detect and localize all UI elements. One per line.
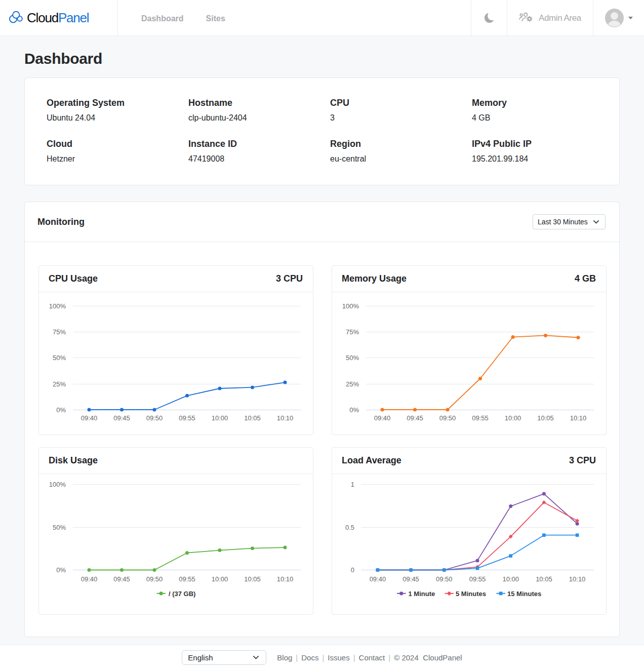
svg-text:75%: 75% bbox=[53, 328, 66, 336]
svg-text:0: 0 bbox=[351, 566, 354, 574]
svg-text:10:05: 10:05 bbox=[244, 414, 261, 422]
svg-text:0%: 0% bbox=[56, 406, 66, 414]
svg-text:50%: 50% bbox=[53, 354, 66, 362]
svg-text:10:05: 10:05 bbox=[536, 575, 552, 583]
svg-text:09:55: 09:55 bbox=[469, 575, 486, 583]
svg-text:09:40: 09:40 bbox=[81, 575, 98, 583]
svg-text:25%: 25% bbox=[53, 380, 66, 388]
svg-text:15 Minutes: 15 Minutes bbox=[507, 590, 541, 598]
svg-text:09:50: 09:50 bbox=[436, 575, 453, 583]
svg-text:10:10: 10:10 bbox=[277, 575, 294, 583]
svg-text:09:45: 09:45 bbox=[113, 414, 130, 422]
svg-text:09:45: 09:45 bbox=[113, 575, 130, 583]
svg-text:25%: 25% bbox=[346, 380, 359, 388]
svg-text:50%: 50% bbox=[53, 524, 66, 531]
svg-text:09:40: 09:40 bbox=[374, 414, 391, 422]
svg-text:0%: 0% bbox=[349, 406, 359, 414]
svg-text:10:10: 10:10 bbox=[569, 575, 586, 583]
svg-text:0%: 0% bbox=[56, 566, 66, 574]
svg-text:50%: 50% bbox=[346, 354, 359, 362]
svg-text:75%: 75% bbox=[346, 328, 359, 336]
svg-text:10:10: 10:10 bbox=[277, 414, 294, 422]
svg-text:09:55: 09:55 bbox=[179, 575, 195, 583]
svg-text:09:55: 09:55 bbox=[472, 414, 489, 422]
svg-text:10:00: 10:00 bbox=[502, 575, 519, 583]
svg-text:100%: 100% bbox=[342, 302, 359, 310]
svg-text:0.5: 0.5 bbox=[345, 524, 354, 531]
svg-text:09:45: 09:45 bbox=[402, 575, 419, 583]
svg-text:100%: 100% bbox=[49, 302, 66, 310]
svg-text:10:05: 10:05 bbox=[244, 575, 261, 583]
svg-text:09:40: 09:40 bbox=[370, 575, 386, 583]
svg-text:1 Minute: 1 Minute bbox=[409, 590, 435, 598]
svg-text:09:50: 09:50 bbox=[439, 414, 456, 422]
svg-text:09:40: 09:40 bbox=[81, 414, 98, 422]
svg-text:09:50: 09:50 bbox=[146, 414, 163, 422]
svg-text:1: 1 bbox=[351, 481, 354, 488]
svg-text:100%: 100% bbox=[49, 481, 66, 488]
svg-text:10:00: 10:00 bbox=[212, 575, 228, 583]
svg-text:10:00: 10:00 bbox=[505, 414, 521, 422]
svg-text:10:10: 10:10 bbox=[570, 414, 587, 422]
svg-text:10:00: 10:00 bbox=[212, 414, 228, 422]
svg-text:09:45: 09:45 bbox=[407, 414, 423, 422]
svg-text:10:05: 10:05 bbox=[537, 414, 554, 422]
svg-text:09:55: 09:55 bbox=[179, 414, 195, 422]
svg-text:09:50: 09:50 bbox=[146, 575, 163, 583]
svg-text:/ (37 GB): / (37 GB) bbox=[169, 590, 195, 598]
svg-text:5 Minutes: 5 Minutes bbox=[456, 590, 486, 598]
